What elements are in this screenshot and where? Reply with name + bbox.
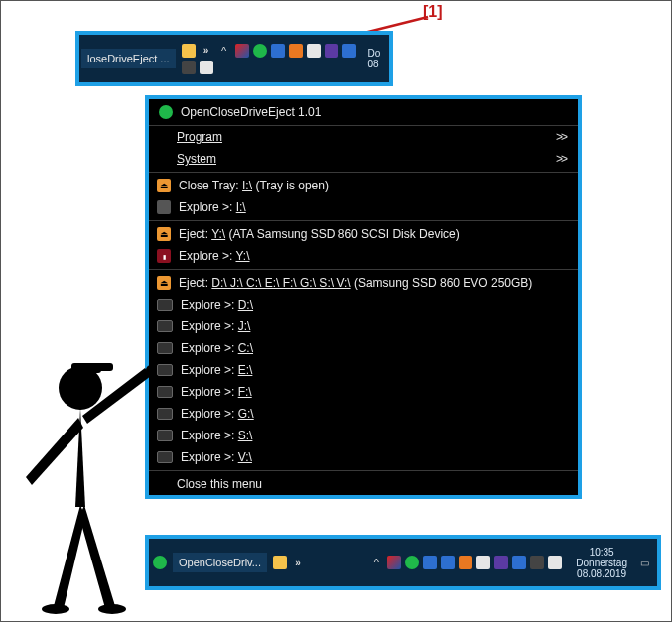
- context-menu: OpenCloseDriveEject 1.01 Program >> Syst…: [145, 95, 582, 499]
- menu-title-row: OpenCloseDriveEject 1.01: [149, 99, 578, 126]
- menu-item-eject-multi[interactable]: ⏏ Eject: D:\ J:\ C:\ E:\ F:\ G:\ S:\ V:\…: [149, 272, 578, 294]
- annotation-label: [1]: [423, 3, 443, 21]
- app-icon: [159, 105, 173, 119]
- menu-item-explore-i[interactable]: Explore >: I:\: [149, 196, 578, 218]
- blue-app-icon[interactable]: [271, 44, 285, 58]
- chevron-up-icon[interactable]: ^: [217, 44, 231, 58]
- gray-app-icon[interactable]: [530, 556, 544, 569]
- clock: Do 08: [364, 48, 385, 69]
- shield-icon[interactable]: [387, 556, 401, 569]
- separator: [149, 172, 578, 173]
- blue-app-icon-2[interactable]: [342, 44, 356, 58]
- drive-icon: [157, 299, 173, 311]
- drive-icon: [157, 200, 171, 214]
- more-icon[interactable]: »: [200, 44, 213, 58]
- system-tray: » ^: [178, 42, 364, 76]
- white-app-icon[interactable]: [476, 556, 490, 569]
- separator: [149, 470, 578, 471]
- menu-item-explore-c[interactable]: Explore >: C:\: [149, 337, 578, 359]
- svg-point-4: [146, 365, 156, 375]
- folder-icon[interactable]: [273, 556, 287, 569]
- eject-icon: ⏏: [157, 179, 171, 192]
- taskbar-preview-bottom: OpenCloseDriv... » ^ 10:35 Donnerstag 08…: [145, 535, 661, 590]
- menu-item-close-tray[interactable]: ⏏ Close Tray: I:\ (Tray is open): [149, 175, 578, 196]
- blue-app-icon-2[interactable]: [441, 556, 455, 569]
- separator: [149, 220, 578, 221]
- gray-app-icon[interactable]: [182, 61, 196, 74]
- white-app-icon-2[interactable]: [548, 556, 562, 569]
- system-tray: ^: [365, 554, 572, 571]
- menu-item-program[interactable]: Program >>: [149, 126, 578, 148]
- svg-rect-3: [95, 363, 113, 371]
- clock-time: 10:35: [576, 547, 627, 558]
- menu-item-system[interactable]: System >>: [149, 148, 578, 170]
- taskbar-preview-top: loseDriveEject ... » ^ Do 08: [75, 31, 393, 86]
- green-circle-icon[interactable]: [253, 44, 267, 58]
- menu-item-explore-y[interactable]: ▮ Explore >: Y:\: [149, 245, 578, 267]
- svg-point-6: [98, 604, 126, 614]
- white-app-icon-2[interactable]: [200, 61, 213, 74]
- menu-item-explore-d[interactable]: Explore >: D:\: [149, 294, 578, 315]
- chevron-up-icon[interactable]: ^: [369, 556, 383, 569]
- menu-item-explore-f[interactable]: Explore >: F:\: [149, 381, 578, 403]
- separator: [149, 269, 578, 270]
- folder-icon[interactable]: [182, 44, 196, 58]
- menu-item-eject-y[interactable]: ⏏ Eject: Y:\ (ATA Samsung SSD 860 SCSI D…: [149, 223, 578, 245]
- more-icon[interactable]: »: [291, 556, 305, 569]
- svg-point-5: [42, 604, 69, 614]
- task-button[interactable]: loseDriveEject ...: [81, 49, 176, 68]
- menu-item-explore-e[interactable]: Explore >: E:\: [149, 359, 578, 381]
- pointing-figure: [6, 328, 175, 616]
- blue-app-icon-3[interactable]: [512, 556, 526, 569]
- menu-item-explore-s[interactable]: Explore >: S:\: [149, 425, 578, 446]
- clock[interactable]: 10:35 Donnerstag 08.08.2019: [572, 547, 631, 579]
- eject-icon: ⏏: [157, 227, 171, 241]
- orange-app-icon[interactable]: [459, 556, 472, 569]
- eject-icon: ⏏: [157, 276, 171, 290]
- submenu-arrow-icon: >>: [556, 152, 566, 166]
- orange-app-icon[interactable]: [289, 44, 303, 58]
- blue-app-icon[interactable]: [423, 556, 437, 569]
- purple-app-icon[interactable]: [494, 556, 508, 569]
- task-button[interactable]: OpenCloseDriv...: [173, 553, 267, 572]
- drive-icon: ▮: [157, 249, 171, 263]
- green-circle-icon[interactable]: [405, 556, 419, 569]
- menu-item-explore-j[interactable]: Explore >: J:\: [149, 315, 578, 337]
- shield-icon[interactable]: [235, 44, 249, 58]
- menu-item-explore-v[interactable]: Explore >: V:\: [149, 446, 578, 468]
- clock-date: 08.08.2019: [576, 568, 627, 579]
- purple-app-icon[interactable]: [325, 44, 338, 58]
- submenu-arrow-icon: >>: [556, 130, 566, 144]
- menu-title: OpenCloseDriveEject 1.01: [181, 105, 321, 119]
- clock-day: Donnerstag: [576, 558, 627, 568]
- notifications-icon[interactable]: ▭: [637, 556, 651, 569]
- white-app-icon[interactable]: [307, 44, 321, 58]
- menu-item-close-menu[interactable]: Close this menu: [149, 473, 578, 495]
- menu-item-explore-g[interactable]: Explore >: G:\: [149, 403, 578, 425]
